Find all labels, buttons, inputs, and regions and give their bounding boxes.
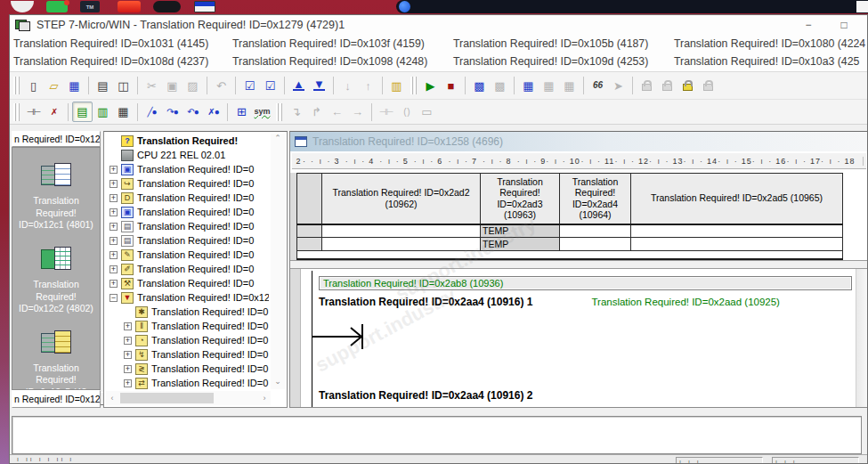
pointer-button[interactable]: ➤ xyxy=(608,76,629,96)
expand-icon[interactable]: + xyxy=(110,265,118,273)
download-button[interactable]: ▼ xyxy=(309,76,329,96)
taskbar-app-icon-2[interactable] xyxy=(46,1,68,12)
contact-button[interactable]: ⊣⊢ xyxy=(376,102,396,122)
taskbar-app-icon-6[interactable] xyxy=(194,1,215,12)
expand-icon[interactable]: + xyxy=(110,208,118,216)
network-1-row[interactable]: Translation Required! ID=0x2aa4 (10916) … xyxy=(319,296,852,308)
menu-item[interactable]: Translation Required! ID=0x1098 (4248) xyxy=(229,53,450,70)
lock-button-2[interactable] xyxy=(657,76,677,96)
menu-item[interactable]: Translation Required! ID=0x105b (4187) xyxy=(450,35,670,53)
scroll-left-icon[interactable]: ‹ xyxy=(106,394,118,403)
toolbar-gripper[interactable] xyxy=(410,77,418,94)
sort-ascending-button[interactable]: ↓ xyxy=(337,76,358,96)
network-2-row[interactable]: Translation Required! ID=0x2aa4 (10916) … xyxy=(319,389,532,402)
tree-item[interactable]: +↯Translation Required! ID=0 xyxy=(106,347,269,362)
stop-button[interactable]: ■ xyxy=(441,76,461,96)
collapse-icon[interactable]: − xyxy=(110,294,118,302)
expand-icon[interactable]: + xyxy=(110,237,118,245)
table-cell[interactable]: TEMP xyxy=(481,224,560,238)
table-cell[interactable] xyxy=(631,238,843,251)
tree-item[interactable]: +✐Translation Required! ID=0 xyxy=(106,262,269,276)
tree-item[interactable]: +‖Translation Required! ID=0 xyxy=(106,319,269,333)
view-ladder-button[interactable]: ▤ xyxy=(72,102,93,122)
print-preview-button[interactable]: ◫ xyxy=(113,76,134,96)
table-cell[interactable] xyxy=(322,224,481,238)
tree-item[interactable]: CPU 221 REL 02.01 xyxy=(106,148,269,162)
expand-icon[interactable]: + xyxy=(110,180,118,188)
expand-icon[interactable]: + xyxy=(110,194,118,202)
sidebar-item-3[interactable]: Translation Required! ID=0x12c5 (48 xyxy=(12,330,100,390)
expand-icon[interactable]: + xyxy=(124,379,132,387)
line-left-button[interactable]: ← xyxy=(327,102,347,122)
scrollbar-thumb[interactable] xyxy=(120,393,214,403)
expand-icon[interactable]: + xyxy=(110,251,118,259)
scroll-up-icon[interactable]: ⌃ xyxy=(271,134,285,146)
single-read-button[interactable]: ▦ xyxy=(539,76,559,96)
line-tool-button-2[interactable]: ↷● xyxy=(162,102,183,122)
tree-item[interactable]: +DTranslation Required! ID=0 xyxy=(106,191,269,205)
paste-button[interactable]: ▨ xyxy=(183,76,203,96)
tree-item[interactable]: +▣Translation Required! ID=0 xyxy=(106,162,269,176)
title-bar[interactable]: STEP 7-Micro/WIN - Translation Required!… xyxy=(10,15,867,35)
coil-button[interactable]: ( ) xyxy=(396,102,417,122)
branch-up-button[interactable]: ↱ xyxy=(306,102,327,122)
editor-splitter[interactable] xyxy=(290,260,868,269)
copy-button[interactable]: ▣ xyxy=(162,76,183,96)
line-tool-button-3[interactable]: ↶● xyxy=(183,102,203,122)
menu-item[interactable]: Translation Required! ID=0x103f (4159) xyxy=(229,35,450,53)
scroll-right-icon[interactable]: › xyxy=(258,394,271,403)
menu-item[interactable]: Translation Required! ID=0x109d (4253) xyxy=(450,53,670,70)
ladder-vertical-scrollbar[interactable] xyxy=(856,269,868,407)
lock-button-1[interactable] xyxy=(637,76,657,96)
menu-item[interactable]: Translation Required! ID=0x108d (4237) xyxy=(10,53,229,70)
line-tool-button-1[interactable]: ╱● xyxy=(142,102,162,122)
tree-item[interactable]: +▤Translation Required! ID=0 xyxy=(106,219,269,233)
editor-title-bar[interactable]: Translation Required! ID=0x1258 (4696) xyxy=(290,132,868,151)
lock-button-4[interactable] xyxy=(698,76,718,96)
save-all-button[interactable]: ▦ xyxy=(64,76,85,96)
compile-all-button[interactable]: ☑ xyxy=(260,76,280,96)
cut-button[interactable]: ✂ xyxy=(142,76,162,96)
program-comment-box[interactable]: Translation Required! ID=0x2ab8 (10936) xyxy=(319,276,852,290)
write-all-button[interactable]: ▦ xyxy=(559,76,580,96)
expand-icon[interactable]: + xyxy=(124,337,132,345)
expand-icon[interactable]: + xyxy=(124,365,132,373)
lock-button-3[interactable] xyxy=(677,76,698,96)
line-delete-tool-button[interactable]: ✗● xyxy=(203,102,223,122)
tree-item[interactable]: +⇄Translation Required! ID=0 xyxy=(106,376,269,389)
program-status-button[interactable]: ▩ xyxy=(469,76,490,96)
tree-item[interactable]: +↪Translation Required! ID=0 xyxy=(106,176,269,191)
sidebar-item-2[interactable]: Translation Required! ID=0x12c2 (4802) xyxy=(12,247,100,315)
expand-icon[interactable]: + xyxy=(110,166,118,174)
open-button[interactable]: ▱ xyxy=(44,76,64,96)
menu-item[interactable]: Translation Required! ID=0x10a3 (425 xyxy=(670,53,867,70)
row-selector[interactable] xyxy=(297,238,322,251)
view-statement-button[interactable]: ▥ xyxy=(93,102,113,122)
delete-network-button[interactable]: ✗ xyxy=(44,102,64,122)
toolbar-gripper[interactable] xyxy=(13,77,20,94)
table-cell[interactable]: TEMP xyxy=(481,238,560,251)
toolbar-gripper[interactable] xyxy=(276,103,283,121)
row-selector[interactable] xyxy=(297,224,322,238)
scroll-down-icon[interactable]: ⌄ xyxy=(271,377,285,389)
taskbar-app-icon-3[interactable]: TM xyxy=(80,1,100,12)
tree-item[interactable]: −▼Translation Required! ID=0x12 xyxy=(106,290,269,305)
new-button[interactable]: ▯ xyxy=(23,76,44,96)
table-cell[interactable] xyxy=(560,224,631,238)
tree-item[interactable]: ✱Translation Required! ID=0 xyxy=(106,305,269,319)
upload-button[interactable]: ▲ xyxy=(288,76,309,96)
minimize-button[interactable]: − xyxy=(791,15,825,35)
line-right-button[interactable]: → xyxy=(347,102,368,122)
symbol-table-button[interactable]: ⊞ xyxy=(231,102,252,122)
expand-icon[interactable]: + xyxy=(110,223,118,231)
tree-item[interactable]: +▣Translation Required! ID=0 xyxy=(106,205,269,219)
tree-horizontal-scrollbar[interactable]: ‹ › xyxy=(106,391,271,405)
print-button[interactable]: ▤ xyxy=(93,76,113,96)
insert-network-button[interactable]: ⊣⊢ xyxy=(23,102,44,122)
menu-item[interactable]: Translation Required! ID=0x1031 (4145) xyxy=(10,35,229,53)
menu-item[interactable]: Translation Required! ID=0x1080 (4224 xyxy=(670,35,867,53)
ladder-editor[interactable]: Translation Required! ID=0x2ab8 (10936) … xyxy=(290,269,868,407)
tree-item[interactable]: +✎Translation Required! ID=0 xyxy=(106,248,269,262)
table-cell[interactable] xyxy=(631,224,843,238)
toolbar-gripper[interactable] xyxy=(13,103,20,121)
